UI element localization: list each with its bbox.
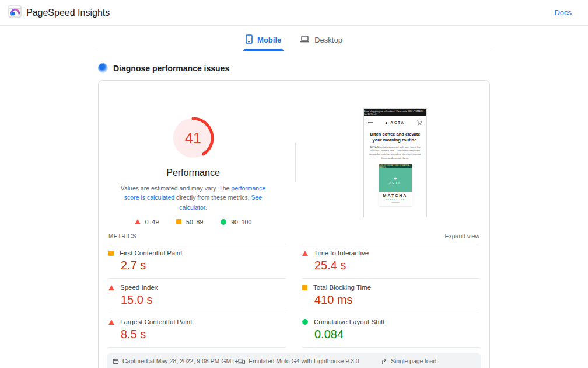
matcha-package-image: NOW 2X THE CAFFEINE OF MATCHA BRANDS ◆ A… (379, 164, 412, 206)
performance-label: Performance (166, 168, 220, 178)
package-diamond-icon: ◆ (394, 176, 397, 180)
performance-gauge: 41 (172, 117, 214, 159)
metric-name: Time to Interactive (314, 249, 369, 256)
mobile-phone-icon (246, 34, 253, 46)
metric-value: 15.0 s (121, 293, 286, 307)
final-screenshot-thumbnail[interactable]: Free shipping on all orders! Use code WE… (363, 108, 427, 217)
single-page-load-link[interactable]: Single page load (381, 357, 520, 364)
metric-speed-index: Speed Index 15.0 s (108, 278, 286, 313)
diagnose-title: Diagnose performance issues (113, 64, 229, 73)
pass-circle-icon (302, 319, 308, 325)
metric-value: 8.5 s (121, 328, 286, 341)
legend-item-fail: 0–49 (135, 218, 159, 225)
lab-data-icon (98, 63, 108, 73)
cart-icon (416, 117, 422, 128)
legend-item-pass: 90–100 (220, 218, 251, 225)
average-square-icon (176, 219, 181, 224)
screenshot-headline: Ditch coffee and elevate your morning ro… (364, 131, 426, 143)
metrics-header-row: METRICS Expand view (99, 228, 489, 244)
legend-item-average: 50–89 (176, 218, 203, 225)
acta-logo: ◆ ACTA (385, 121, 405, 124)
disclaimer-middle: directly from these metrics. (174, 194, 251, 201)
metric-name: Largest Contentful Paint (120, 318, 192, 325)
fail-triangle-icon (135, 219, 141, 224)
expand-view-button[interactable]: Expand view (444, 232, 480, 239)
disclaimer-prefix: Values are estimated and may vary. The (121, 185, 232, 192)
diagnose-section-header: Diagnose performance issues (98, 63, 490, 73)
performance-score-value: 41 (172, 117, 214, 159)
pagespeed-logo-icon (8, 5, 22, 20)
package-topband: NOW 2X THE CAFFEINE OF MATCHA BRANDS (379, 164, 412, 168)
tab-mobile-label: Mobile (257, 36, 281, 44)
fail-triangle-icon (108, 285, 114, 290)
section-divider (295, 143, 296, 182)
devices-icon (238, 358, 245, 364)
metrics-grid: First Contentful Paint 2.7 s Speed Index… (99, 244, 489, 348)
fail-triangle-icon (302, 251, 308, 256)
metric-value: 410 ms (314, 293, 480, 307)
hamburger-menu-icon (368, 121, 373, 124)
metric-name: Cumulative Layout Shift (314, 318, 384, 325)
calendar-icon (113, 358, 119, 364)
page-title: PageSpeed Insights (26, 8, 110, 18)
package-brand: ACTA (389, 181, 401, 185)
promo-bar: Free shipping on all orders! Use code WE… (364, 109, 426, 116)
metric-time-to-interactive: Time to Interactive 25.4 s (302, 244, 480, 278)
metric-largest-contentful-paint: Largest Contentful Paint 8.5 s (108, 313, 286, 348)
metric-name: First Contentful Paint (120, 249, 182, 256)
lighthouse-report-card: 41 Performance Values are estimated and … (98, 80, 490, 368)
desktop-laptop-icon (300, 35, 310, 45)
screenshot-body-text: ACTA Matcha is powered with over twice t… (364, 145, 426, 161)
metric-first-contentful-paint: First Contentful Paint 2.7 s (108, 244, 286, 278)
captured-at: Captured at May 28, 2022, 9:08 PM GMT+5:… (113, 357, 238, 364)
metric-cumulative-layout-shift: Cumulative Layout Shift 0.084 (302, 313, 480, 348)
tab-desktop-label: Desktop (314, 36, 342, 44)
brand: PageSpeed Insights (8, 5, 110, 20)
legend-range-label: 0–49 (145, 218, 159, 225)
phone-nav: ◆ ACTA (364, 116, 426, 129)
pass-circle-icon (220, 219, 226, 225)
tab-desktop[interactable]: Desktop (293, 31, 349, 51)
capture-environment-bar: Captured at May 28, 2022, 9:08 PM GMT+5:… (107, 353, 481, 368)
metric-name: Speed Index (120, 284, 158, 291)
metric-value: 0.084 (314, 328, 480, 341)
legend-range-label: 90–100 (231, 218, 251, 225)
docs-link[interactable]: Docs (554, 8, 572, 17)
average-square-icon (302, 285, 307, 290)
average-square-icon (108, 251, 114, 256)
metric-name: Total Blocking Time (313, 284, 371, 291)
fail-triangle-icon (108, 320, 114, 325)
metric-value: 25.4 s (314, 259, 480, 272)
metric-total-blocking-time: Total Blocking Time 410 ms (302, 278, 480, 313)
emulated-device-link[interactable]: Emulated Moto G4 with Lighthouse 9.3.0 (238, 357, 381, 364)
score-disclaimer: Values are estimated and may vary. The p… (113, 183, 274, 212)
performance-score-block: 41 Performance Values are estimated and … (99, 81, 288, 225)
metrics-heading: METRICS (108, 233, 136, 239)
fork-icon (381, 358, 387, 364)
score-legend: 0–49 50–89 90–100 (135, 218, 252, 225)
metric-value: 2.7 s (121, 259, 286, 272)
app-header: PageSpeed Insights Docs (0, 0, 588, 26)
legend-range-label: 50–89 (186, 218, 203, 225)
tab-mobile[interactable]: Mobile (239, 31, 288, 51)
package-subtitle: ENERGY TEA (379, 199, 412, 201)
tab-bar: Mobile Desktop (97, 26, 491, 51)
package-title: MATCHA (379, 193, 412, 197)
